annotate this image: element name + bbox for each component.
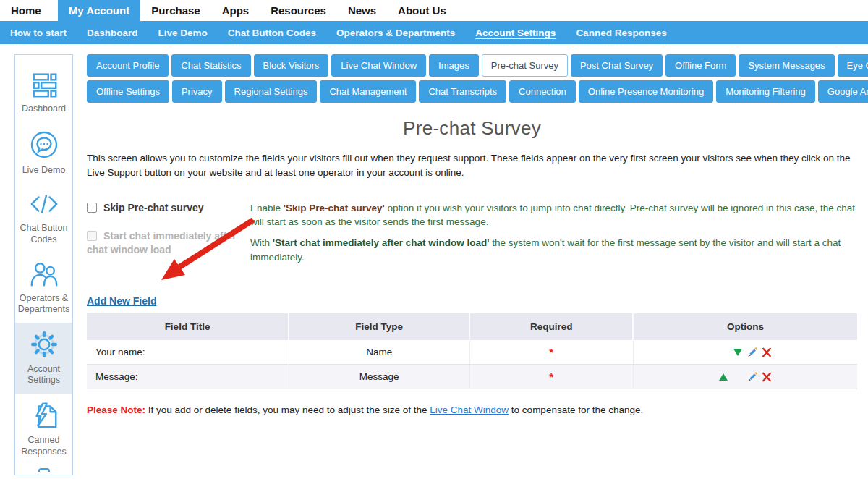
sidebar-item-label: Chat Button Codes [17, 223, 71, 245]
account-nav: How to start Dashboard Live Demo Chat Bu… [0, 21, 868, 44]
tab-system-messages[interactable]: System Messages [739, 54, 834, 77]
please-note-label: Please Note: [87, 404, 145, 415]
page-title: Pre-chat Survey [87, 117, 857, 140]
main-content: Account Profile Chat Statistics Block Vi… [87, 54, 857, 415]
edit-field-button[interactable] [747, 347, 758, 357]
main-nav: Home My Account Purchase Apps Resources … [0, 0, 868, 21]
tab-chat-statistics[interactable]: Chat Statistics [171, 54, 250, 77]
edit-field-button[interactable] [747, 372, 758, 382]
table-row: Message: Message * [87, 365, 857, 389]
start-help-text: With 'Start chat immediately after chat … [250, 236, 857, 263]
tab-eye-catcher[interactable]: Eye Catcher [838, 54, 868, 77]
live-chat-window-link[interactable]: Live Chat Window [430, 404, 509, 415]
move-up-icon [719, 373, 728, 381]
required-asterisk: * [549, 346, 553, 358]
code-icon [27, 189, 61, 219]
sidebar-item-chat-button-codes[interactable]: Chat Button Codes [15, 183, 72, 253]
nav-news[interactable]: News [337, 0, 387, 21]
tab-block-visitors[interactable]: Block Visitors [254, 54, 329, 77]
move-down-button[interactable] [733, 347, 744, 357]
field-type-cell: Name [289, 340, 469, 365]
col-header-field-type: Field Type [289, 313, 469, 340]
pencil-icon [747, 371, 758, 382]
field-type-cell: Message [289, 365, 469, 389]
nav-about-us[interactable]: About Us [387, 0, 457, 21]
sidebar-item-label: Live Demo [22, 165, 66, 177]
lightning-page-icon [27, 399, 61, 431]
tab-google-analytics[interactable]: Google Analytics [818, 80, 868, 103]
gear-icon [27, 328, 61, 360]
col-header-options: Options [633, 313, 857, 340]
prechat-fields-table: Field Title Field Type Required Options … [87, 313, 857, 390]
tab-online-presence-monitoring[interactable]: Online Presence Monitoring [579, 80, 713, 103]
dashboard-icon [28, 69, 60, 100]
sidebar-item-label: Operators & Departments [17, 293, 71, 315]
sidebar: Dashboard Live Demo Chat Button Codes [14, 54, 73, 475]
start-immediately-label: Start chat immediately after chat window… [87, 230, 237, 256]
tab-pre-chat-survey[interactable]: Pre-chat Survey [482, 54, 568, 77]
field-title-cell: Message: [87, 365, 289, 389]
skip-prechat-label: Skip Pre-chat survey [103, 202, 204, 213]
subnav-live-demo[interactable]: Live Demo [148, 27, 218, 38]
tab-privacy[interactable]: Privacy [172, 80, 222, 103]
nav-my-account[interactable]: My Account [58, 0, 140, 21]
sidebar-item-label: Account Settings [17, 364, 71, 386]
tab-chat-transcripts[interactable]: Chat Transcripts [419, 80, 506, 103]
nav-home[interactable]: Home [0, 0, 52, 21]
move-down-icon [733, 349, 742, 356]
delete-field-button[interactable] [762, 347, 773, 357]
sidebar-item-label: Dashboard [22, 103, 66, 115]
required-asterisk: * [549, 370, 553, 383]
sidebar-item-live-demo[interactable]: Live Demo [15, 122, 72, 184]
option-checkboxes: Skip Pre-chat survey Start chat immediat… [87, 201, 240, 271]
pencil-icon [747, 347, 758, 357]
nav-purchase[interactable]: Purchase [140, 0, 211, 21]
tab-regional-settings[interactable]: Regional Settings [225, 80, 318, 103]
add-new-field-link[interactable]: Add New Field [87, 295, 156, 307]
delete-field-button[interactable] [762, 372, 773, 382]
row-options [638, 372, 853, 382]
tab-live-chat-window[interactable]: Live Chat Window [331, 54, 426, 77]
tab-offline-form[interactable]: Offline Form [665, 54, 736, 77]
move-down-slot [733, 372, 744, 382]
move-up-button[interactable] [718, 372, 729, 382]
nav-resources[interactable]: Resources [260, 0, 337, 21]
start-immediately-option: Start chat immediately after chat window… [87, 229, 240, 258]
nav-apps[interactable]: Apps [211, 0, 260, 21]
tab-post-chat-survey[interactable]: Post Chat Survey [571, 54, 663, 77]
sidebar-item-account-settings[interactable]: Account Settings [15, 323, 72, 394]
tab-images[interactable]: Images [429, 54, 479, 77]
sidebar-item-dashboard[interactable]: Dashboard [15, 64, 72, 122]
option-help-texts: Enable 'Skip Pre-chat survey' option if … [240, 201, 857, 271]
subnav-account-settings[interactable]: Account Settings [465, 27, 566, 38]
field-title-cell: Your name: [87, 340, 289, 365]
sidebar-item-label: Canned Responses [17, 435, 71, 457]
partial-next-icon [38, 468, 50, 472]
subnav-operators-departments[interactable]: Operators & Departments [326, 27, 465, 38]
sidebar-item-operators-departments[interactable]: Operators & Departments [15, 253, 72, 323]
tab-connection[interactable]: Connection [509, 80, 576, 103]
skip-help-highlight: 'Skip Pre-chat survey' [284, 203, 385, 213]
subnav-canned-responses[interactable]: Canned Responses [566, 27, 676, 38]
sidebar-item-canned-responses[interactable]: Canned Responses [15, 394, 72, 465]
start-immediately-checkbox[interactable] [87, 231, 97, 241]
skip-help-text: Enable 'Skip Pre-chat survey' option if … [250, 201, 857, 229]
skip-prechat-checkbox[interactable] [87, 203, 97, 213]
tab-offline-settings[interactable]: Offline Settings [87, 80, 169, 103]
start-help-highlight: 'Start chat immediately after chat windo… [273, 237, 490, 248]
tab-monitoring-filtering[interactable]: Monitoring Filtering [716, 80, 815, 103]
table-header-row: Field Title Field Type Required Options [87, 313, 857, 340]
people-icon [27, 259, 61, 289]
col-header-required: Required [469, 313, 633, 340]
subnav-how-to-start[interactable]: How to start [0, 27, 77, 38]
skip-prechat-option: Skip Pre-chat survey [87, 201, 240, 216]
delete-x-icon [762, 372, 772, 382]
please-note: Please Note: If you add or delete fields… [87, 404, 857, 415]
settings-tabs-row-1: Account Profile Chat Statistics Block Vi… [87, 54, 857, 77]
tab-chat-management[interactable]: Chat Management [320, 80, 416, 103]
tab-account-profile[interactable]: Account Profile [87, 54, 169, 77]
col-header-field-title: Field Title [87, 313, 289, 340]
subnav-chat-button-codes[interactable]: Chat Button Codes [218, 27, 326, 38]
table-row: Your name: Name * [87, 340, 857, 365]
subnav-dashboard[interactable]: Dashboard [77, 27, 148, 38]
